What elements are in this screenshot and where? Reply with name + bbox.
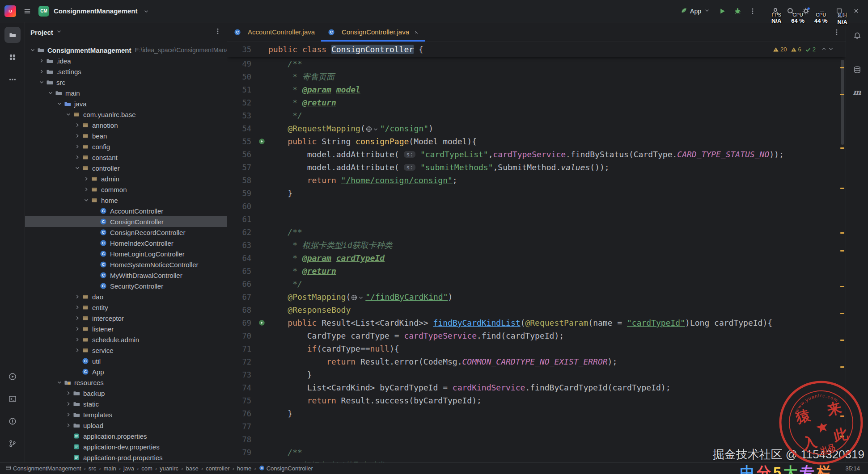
tree-chevron-icon[interactable] <box>29 46 37 54</box>
line-number[interactable]: 70 <box>233 331 255 340</box>
stripe-mark[interactable] <box>840 67 844 68</box>
tree-chevron-icon[interactable] <box>64 400 72 408</box>
more-actions-icon[interactable] <box>746 4 759 18</box>
problems-tool-icon[interactable] <box>4 413 21 429</box>
scrollbar-thumb[interactable] <box>841 60 844 145</box>
tree-chevron-icon[interactable] <box>64 411 72 419</box>
code-text[interactable]: /** <box>268 227 302 237</box>
code-text[interactable]: return "/home/consign/consign"; <box>268 176 457 185</box>
inspection-warning[interactable]: 20 <box>773 46 787 53</box>
tree-item-application-dev-properties[interactable]: application-dev.properties <box>25 441 227 452</box>
endpoint-globe-icon[interactable] <box>365 126 379 133</box>
close-tab-icon[interactable] <box>414 29 419 35</box>
tree-chevron-icon[interactable] <box>73 121 81 129</box>
tree-item-annotion[interactable]: annotion <box>25 120 227 130</box>
code-line-72[interactable]: 72 return Result.error(CodeMsg.COMMON_CA… <box>227 355 846 368</box>
editor-tab-accountcontroller-java[interactable]: CAccountController.java <box>227 22 321 42</box>
run-button[interactable] <box>716 4 729 18</box>
close-button[interactable] <box>848 4 864 18</box>
tree-item-common[interactable]: common <box>25 184 227 195</box>
notifications-bell-icon[interactable] <box>849 28 865 44</box>
run-config-selector[interactable]: App <box>677 6 714 17</box>
line-number[interactable]: 58 <box>233 176 255 185</box>
code-line-62[interactable]: 62 /** <box>227 226 846 239</box>
prev-problem-icon[interactable] <box>821 46 827 53</box>
code-line-65[interactable]: 65 * @return <box>227 264 846 277</box>
tree-item-src[interactable]: src <box>25 77 227 88</box>
line-number[interactable]: 72 <box>233 357 255 366</box>
endpoint-globe-icon[interactable] <box>351 294 364 301</box>
code-text[interactable]: public Result<List<CardKind>> findByCard… <box>268 318 772 327</box>
breadcrumb-item-yuanlrc[interactable]: yuanlrc <box>160 465 178 472</box>
tree-item-mywithdrawalcontroller[interactable]: CMyWithDrawalController <box>25 270 227 281</box>
code-text[interactable]: public class ConsignController { <box>268 45 423 54</box>
line-number[interactable]: 57 <box>233 163 255 172</box>
panel-options-icon[interactable] <box>214 28 221 37</box>
code-text[interactable]: @PostMapping("/findByCardKind") <box>268 292 453 302</box>
tree-item-constant[interactable]: constant <box>25 152 227 163</box>
terminal-tool-icon[interactable] <box>4 391 21 407</box>
code-text[interactable]: @RequestMapping("/consign") <box>268 124 433 133</box>
breadcrumb-item-java[interactable]: java <box>123 465 134 472</box>
code-line-73[interactable]: 73 } <box>227 368 846 381</box>
code-line-76[interactable]: 76 } <box>227 407 846 420</box>
line-number[interactable]: 68 <box>233 306 255 315</box>
code-text[interactable]: List<CardKind> byCardTypeId = cardKindSe… <box>268 383 670 392</box>
code-line-69[interactable]: 69 public Result<List<CardKind>> findByC… <box>227 316 846 329</box>
breadcrumb-item-home[interactable]: home <box>237 465 252 472</box>
code-text[interactable]: CardType cardType = cardTypeService.find… <box>268 331 564 340</box>
tree-item-consigncontroller[interactable]: CConsignController <box>25 216 227 227</box>
line-number[interactable]: 59 <box>233 189 255 198</box>
settings-gear-icon[interactable] <box>799 4 813 18</box>
code-line-78[interactable]: 78 <box>227 433 846 446</box>
stripe-mark[interactable] <box>840 436 844 437</box>
line-number[interactable]: 65 <box>233 267 255 276</box>
code-line-64[interactable]: 64 * @param cardTypeId <box>227 252 846 264</box>
code-text[interactable]: * @return <box>268 266 336 276</box>
tree-item-application-properties[interactable]: application.properties <box>25 431 227 441</box>
stripe-mark[interactable] <box>840 250 844 252</box>
line-number[interactable]: 55 <box>233 137 255 146</box>
code-line-68[interactable]: 68 @ResponseBody <box>227 303 846 316</box>
code-line-67[interactable]: 67 @PostMapping("/findByCardKind") <box>227 290 846 303</box>
tree-item-schedule-admin[interactable]: schedule.admin <box>25 334 227 345</box>
code-line-66[interactable]: 66 */ <box>227 277 846 290</box>
tree-item-consignmentmanagement[interactable]: ConsignmentManagementE:\idea_space\Consi… <box>25 45 227 55</box>
run-endpoint-gutter-icon[interactable] <box>255 316 268 329</box>
code-line-70[interactable]: 70 CardType cardType = cardTypeService.f… <box>227 329 846 342</box>
inspections-widget[interactable]: 2062 <box>773 46 834 53</box>
tree-chevron-icon[interactable] <box>38 78 46 86</box>
tree-chevron-icon[interactable] <box>73 314 81 322</box>
line-number[interactable]: 60 <box>233 202 255 211</box>
sticky-code-line[interactable]: 35public class ConsignController { <box>227 42 846 57</box>
stripe-mark[interactable] <box>840 415 844 417</box>
code-text[interactable]: return Result.error(CodeMsg.COMMON_CARDT… <box>268 357 617 366</box>
stripe-mark[interactable] <box>840 286 844 287</box>
sticky-header-line[interactable]: 35public class ConsignController { <box>227 42 846 57</box>
breadcrumb-item-com[interactable]: com <box>141 465 152 472</box>
tree-item-idea[interactable]: .idea <box>25 55 227 66</box>
tab-options-icon[interactable] <box>833 22 846 42</box>
stripe-mark[interactable] <box>840 147 844 149</box>
tree-item-admin[interactable]: admin <box>25 173 227 184</box>
code-line-77[interactable]: 77 <box>227 420 846 433</box>
breadcrumb-item-consignmentmanagement[interactable]: ConsignmentManagement <box>5 465 81 472</box>
line-number[interactable]: 52 <box>233 98 255 107</box>
code-line-49[interactable]: 49 /** <box>227 57 846 70</box>
stripe-mark[interactable] <box>840 94 844 95</box>
code-line-50[interactable]: 50 * 寄售页面 <box>227 70 846 83</box>
code-text[interactable]: */ <box>268 111 302 120</box>
tree-item-application-prod-properties[interactable]: application-prod.properties <box>25 452 227 462</box>
code-line-52[interactable]: 52 * @return <box>227 96 846 109</box>
main-menu-icon[interactable] <box>21 4 34 18</box>
stripe-mark[interactable] <box>840 313 844 314</box>
run-tool-icon[interactable] <box>4 369 21 385</box>
breadcrumb-item-src[interactable]: src <box>89 465 96 472</box>
code-text[interactable]: * @return <box>268 98 336 107</box>
breadcrumb-item-base[interactable]: base <box>186 465 198 472</box>
breadcrumb-item-main[interactable]: main <box>104 465 116 472</box>
tree-chevron-icon[interactable] <box>38 67 46 76</box>
line-number[interactable]: 49 <box>233 59 255 68</box>
maximize-button[interactable] <box>831 4 847 18</box>
code-text[interactable]: return Result.success(byCardTypeId); <box>268 396 482 405</box>
